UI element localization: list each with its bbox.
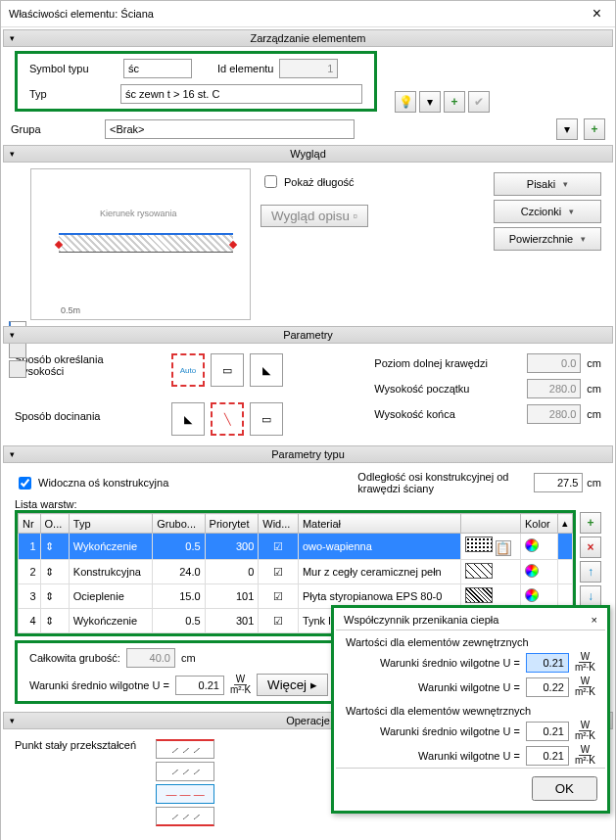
show-axis-box[interactable]: [19, 477, 31, 490]
color-icon[interactable]: [525, 538, 539, 552]
delete-layer-button[interactable]: ×: [580, 537, 601, 558]
chevron-down-icon: ▾: [10, 449, 15, 459]
more-button[interactable]: Więcej ▸: [257, 674, 328, 696]
dropdown-icon[interactable]: ▾: [419, 91, 441, 113]
ok-button[interactable]: OK: [532, 776, 597, 801]
int-wet-input[interactable]: [526, 746, 569, 766]
start-height-label: Wysokość początku: [374, 383, 521, 395]
type-label: Typ: [29, 88, 115, 100]
lower-edge-input[interactable]: [527, 353, 581, 373]
surfaces-button[interactable]: Powierzchnie: [494, 227, 601, 251]
side-tab-3[interactable]: [9, 360, 26, 378]
section-type-params[interactable]: ▾ Parametry typu: [3, 445, 613, 463]
total-thick-input: [126, 648, 175, 668]
popup-close-icon[interactable]: ×: [592, 614, 597, 626]
add-layer-button[interactable]: +: [580, 512, 601, 534]
table-row[interactable]: 1 ⇕ Wykończenie 0.5 300 ☑ owo-wapienna 📋: [19, 534, 573, 560]
popup-title: Współczynnik przenikania ciepła: [344, 614, 498, 626]
add-group-button[interactable]: +: [584, 118, 605, 140]
col-mat[interactable]: Materiał: [298, 514, 460, 534]
check-icon[interactable]: ✔: [468, 91, 490, 113]
window-title: Właściwości elementu: Ściana: [9, 8, 154, 20]
unit-w-m2k: Wm²·K: [575, 677, 595, 697]
axis-dist-label: Odległość osi konstrukcyjnej od krawędzi…: [357, 471, 534, 494]
move-down-button[interactable]: ↓: [580, 585, 601, 607]
group-label: Grupa: [11, 123, 99, 135]
close-icon[interactable]: ×: [587, 5, 607, 23]
show-axis-checkbox[interactable]: Widoczna oś konstrukcyjna: [15, 474, 168, 492]
show-axis-label: Widoczna oś konstrukcyjna: [38, 477, 168, 489]
height-opt-auto[interactable]: Auto: [171, 353, 205, 387]
int-medium-label: Warunki średnio wilgotne U =: [380, 725, 520, 737]
add-type-button[interactable]: +: [444, 91, 465, 113]
bulb-icon[interactable]: 💡: [395, 91, 416, 113]
trim-opt-3[interactable]: ▭: [250, 402, 283, 436]
id-input: [279, 59, 338, 78]
wall-preview: [59, 233, 233, 253]
unit-cm: cm: [587, 383, 601, 395]
section-appearance[interactable]: ▾ Wygląd: [3, 145, 613, 163]
end-height-input[interactable]: [527, 404, 581, 424]
titlebar: Właściwości elementu: Ściana ×: [1, 1, 615, 27]
axis-dist-input[interactable]: [534, 473, 583, 492]
start-height-input[interactable]: [527, 379, 581, 398]
col-nr[interactable]: Nr: [19, 514, 41, 534]
section-parameters[interactable]: ▾ Parametry: [3, 326, 613, 344]
trim-opt-2[interactable]: ╲: [211, 402, 244, 436]
section-type-params-label: Parametry typu: [271, 448, 345, 460]
fixed-point-opt-4[interactable]: ⟋⟋⟋: [156, 807, 214, 826]
height-opt-2[interactable]: ▭: [211, 353, 244, 387]
col-typ[interactable]: Typ: [69, 514, 152, 534]
group-input[interactable]: [105, 119, 355, 139]
fixed-point-opt-1[interactable]: ⟋⟋⟋: [156, 739, 214, 759]
col-o[interactable]: O...: [40, 514, 69, 534]
section-management-label: Zarządzanie elementem: [250, 32, 365, 44]
ext-wet-label: Warunki wilgotne U =: [418, 681, 520, 693]
desc-look-button[interactable]: Wygląd opisu ▫: [261, 205, 368, 227]
ext-section-label: Wartości dla elementów zewnętrznych: [336, 630, 605, 650]
unit-w-m2k: Wm²·K: [575, 721, 595, 741]
chevron-down-icon: ▾: [10, 716, 15, 725]
fonts-button[interactable]: Czcionki: [494, 200, 601, 223]
color-icon[interactable]: [525, 588, 539, 602]
col-kolor[interactable]: Kolor: [520, 514, 557, 534]
show-length-box[interactable]: [264, 175, 277, 188]
unit-w-m2k: Wm²·K: [575, 652, 595, 673]
int-section-label: Wartości dla elementów wewnętrznych: [336, 699, 605, 719]
ext-medium-label: Warunki średnio wilgotne U =: [380, 657, 520, 669]
medium-humid-input[interactable]: [175, 676, 224, 695]
preview-canvas: Kierunek rysowania 0.5m: [30, 168, 251, 320]
drawing-direction-label: Kierunek rysowania: [100, 209, 177, 218]
show-length-checkbox[interactable]: Pokaż długość: [261, 172, 470, 191]
layers-label: Lista warstw:: [15, 498, 601, 510]
total-thick-label: Całkowita grubość:: [29, 652, 120, 664]
col-grubo[interactable]: Grubo...: [153, 514, 205, 534]
material-picker-icon[interactable]: 📋: [496, 540, 511, 556]
group-dropdown-icon[interactable]: ▾: [556, 118, 578, 140]
type-input[interactable]: [120, 84, 362, 104]
color-icon[interactable]: [525, 564, 539, 578]
section-appearance-label: Wygląd: [290, 148, 326, 160]
chevron-down-icon: ▾: [10, 149, 15, 159]
unit-cm: cm: [181, 652, 196, 664]
move-up-button[interactable]: ↑: [580, 561, 601, 583]
chevron-down-icon: ▾: [10, 330, 15, 340]
fixed-point-opt-2[interactable]: ⟋⟋⟋: [156, 762, 214, 781]
col-wid[interactable]: Wid...: [259, 514, 299, 534]
table-row[interactable]: 2 ⇕ Konstrukcyjna 24.0 0 ☑ Mur z cegły c…: [19, 560, 573, 584]
ext-wet-input[interactable]: [526, 677, 569, 697]
pens-button[interactable]: Pisaki: [494, 172, 601, 196]
unit-cm: cm: [587, 357, 601, 369]
ext-medium-input[interactable]: [526, 653, 569, 673]
fixed-point-opt-3[interactable]: — — —: [156, 784, 214, 804]
end-height-label: Wysokość końca: [374, 408, 521, 420]
symbol-input[interactable]: [123, 59, 192, 78]
height-method-label: Sposób określania wysokości: [15, 353, 152, 377]
trim-opt-1[interactable]: ◣: [171, 402, 205, 436]
hatch-icon: [465, 537, 493, 552]
section-management[interactable]: ▾ Zarządzanie elementem: [3, 29, 613, 47]
id-label: Id elementu: [217, 63, 273, 74]
height-opt-3[interactable]: ◣: [250, 353, 283, 387]
int-medium-input[interactable]: [526, 722, 569, 741]
col-pri[interactable]: Priorytet: [205, 514, 259, 534]
